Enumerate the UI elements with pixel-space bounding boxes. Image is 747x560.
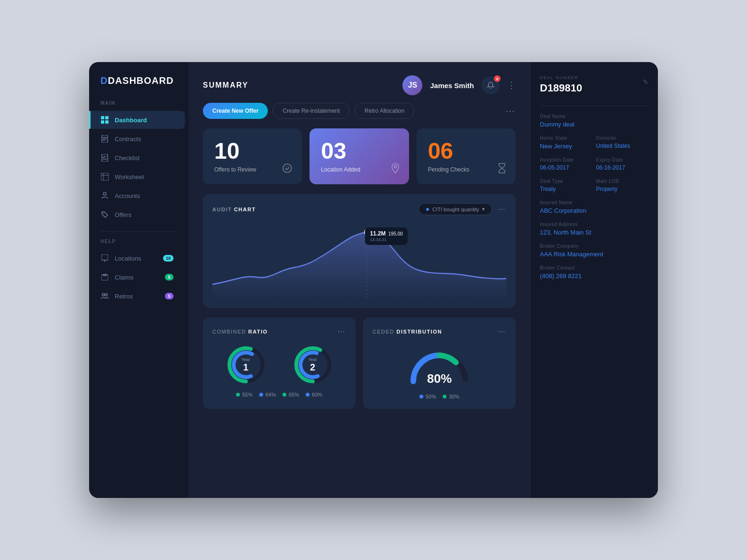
retros-icon [100, 292, 109, 300]
deal-field-expiry: Expiry Date 06-16-2017 [596, 157, 649, 171]
legend-item-50: 50% [419, 394, 436, 399]
svg-rect-11 [101, 173, 109, 181]
sidebar-item-label: Dashboard [115, 117, 173, 124]
avatar: JS [402, 75, 422, 95]
chart-filter-button[interactable]: CITI bought quantity ▾ [419, 203, 492, 215]
svg-point-20 [102, 294, 105, 296]
stat-number-pending: 06 [428, 140, 504, 163]
donut-year2: Year 2 [292, 343, 334, 386]
deal-field-domicile: Domicile United States [596, 135, 649, 150]
svg-rect-8 [102, 154, 108, 162]
app-container: DDASHBOARD Main Dashboard Contracts Chec… [89, 62, 658, 498]
create-reinstatement-button[interactable]: Create Re-instatement [273, 103, 350, 119]
svg-point-21 [105, 294, 108, 296]
legend-item-64: 64% [259, 392, 276, 397]
svg-point-24 [394, 166, 396, 168]
deal-field-broker-company: Broker Company AAA Risk Management [540, 244, 648, 258]
bell-icon [487, 81, 494, 89]
stats-row: 10 Offers to Review 03 Location Added [203, 128, 516, 184]
deal-number-label: DEAL NUMBER [540, 75, 582, 80]
chart-header: AUDIT CHART CITI bought quantity ▾ ⋯ [212, 203, 506, 215]
panel-divider [540, 106, 648, 106]
svg-point-25 [426, 208, 429, 211]
combined-ratio-title: COMBINED RATIO [212, 329, 268, 334]
accounts-icon [100, 191, 109, 200]
stat-card-pending: 06 Pending Checks [417, 128, 516, 184]
sidebar-item-label: Contracts [115, 135, 173, 143]
checklist-icon [100, 154, 109, 162]
donut-year1: Year 1 [225, 343, 267, 386]
edit-icon[interactable]: ✎ [643, 78, 648, 86]
sidebar-item-label: Worksheet [115, 173, 173, 181]
deal-row-dates: Inception Date 06-05-2017 Expiry Date 06… [540, 157, 648, 171]
claims-icon [100, 273, 109, 281]
deal-field-inception: Inception Date 06-05-2017 [540, 157, 592, 171]
sidebar-item-label: Offers [115, 211, 173, 218]
more-button[interactable]: ⋮ [507, 80, 516, 90]
stat-label-pending: Pending Checks [428, 166, 504, 173]
right-panel: DEAL NUMBER D189810 ✎ Deal Name Dummy de… [530, 62, 658, 498]
filter-dot-icon [426, 208, 429, 211]
svg-point-22 [283, 164, 292, 172]
combined-ratio-card: COMBINED RATIO ⋯ [203, 317, 355, 409]
legend-item-60: 60% [306, 392, 322, 397]
contracts-icon [100, 135, 109, 143]
bottom-row: COMBINED RATIO ⋯ [203, 317, 516, 409]
top-header: SUMMARY JS James Smith 8 ⋮ [189, 62, 530, 103]
sidebar-item-checklist[interactable]: Checklist [89, 149, 185, 167]
create-offer-button[interactable]: Create New Offer [203, 103, 268, 119]
donut-year2-chart: Year 2 [292, 343, 334, 386]
ceded-distribution-title: CEDED DISTRIBUTION [373, 329, 442, 334]
sidebar-item-contracts[interactable]: Contracts [89, 130, 185, 148]
action-buttons: Create New Offer Create Re-instatement R… [203, 103, 414, 119]
svg-rect-1 [105, 116, 109, 119]
sidebar-item-claims[interactable]: Claims 5 [89, 268, 185, 286]
logo-text: DDASHBOARD [100, 75, 173, 86]
ceded-distribution-more[interactable]: ⋯ [498, 327, 506, 336]
stat-card-location: 03 Location Added [310, 128, 409, 184]
stat-number-offers: 10 [214, 140, 291, 163]
chart-tooltip: 11.2M 195.00 14:34:21 [365, 227, 408, 245]
chart-more-button[interactable]: ⋯ [498, 205, 506, 214]
locations-icon [100, 254, 109, 262]
action-more-button[interactable]: ⋯ [505, 105, 516, 117]
worksheet-icon [100, 172, 109, 181]
audit-chart-title: AUDIT CHART [212, 207, 256, 212]
deal-row-type-lob: Deal Type Treaty Main LOB Property [540, 179, 648, 192]
deal-field-homestate: Home State New Jersey [540, 135, 592, 150]
claims-badge: 5 [165, 274, 173, 280]
offers-icon [100, 210, 109, 219]
logo-rest: DASHBOARD [108, 75, 173, 86]
audit-chart-svg [212, 223, 506, 298]
legend-item-30: 30% [443, 394, 459, 399]
notification-button[interactable]: 8 [482, 76, 500, 94]
svg-rect-2 [101, 120, 104, 124]
retro-allocation-button[interactable]: Retro Allocation [355, 103, 414, 119]
audit-chart-area: 11.2M 195.00 14:34:21 [212, 223, 506, 298]
sidebar-item-retros[interactable]: Retros 5 [89, 287, 185, 305]
sidebar-divider [100, 231, 177, 232]
ceded-gauge: 80% [406, 343, 473, 386]
locations-badge: 10 [163, 255, 173, 262]
combined-ratio-more[interactable]: ⋯ [337, 327, 346, 336]
location-stat-icon [391, 163, 400, 176]
ceded-distribution-card: CEDED DISTRIBUTION ⋯ [363, 317, 516, 409]
sidebar-item-locations[interactable]: Locations 10 [89, 249, 185, 267]
stat-label-offers: Offers to Review [214, 166, 291, 173]
header-right: JS James Smith 8 ⋮ [402, 75, 516, 95]
svg-point-15 [103, 213, 104, 214]
legend-item-65: 65% [282, 392, 299, 397]
svg-point-14 [103, 192, 106, 195]
sidebar: DDASHBOARD Main Dashboard Contracts Chec… [89, 62, 189, 498]
main-section-label: Main [89, 100, 189, 110]
combined-ratio-legend: 55% 64% 65% 60% [212, 392, 346, 397]
deal-header: DEAL NUMBER D189810 ✎ [540, 75, 648, 94]
sidebar-item-worksheet[interactable]: Worksheet [89, 168, 185, 186]
deal-number-value: D189810 [540, 82, 582, 94]
sidebar-item-accounts[interactable]: Accounts [89, 187, 185, 205]
deal-field-insured-name: Insured Name ABC Corporation [540, 200, 648, 214]
sidebar-item-offers[interactable]: Offers [89, 206, 185, 224]
page-title: SUMMARY [203, 81, 248, 90]
sidebar-item-dashboard[interactable]: Dashboard [89, 111, 185, 129]
help-section-label: Help [89, 239, 189, 249]
